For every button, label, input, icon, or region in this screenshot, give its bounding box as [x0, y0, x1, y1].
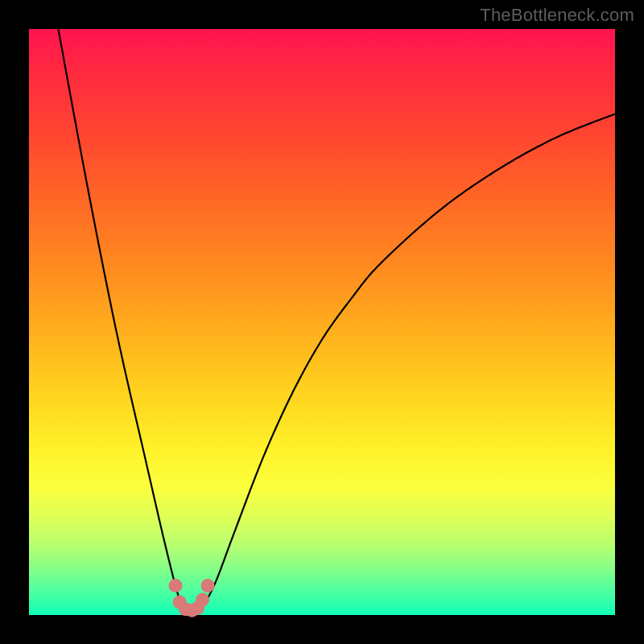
bottleneck-curve: [58, 29, 615, 610]
curve-marker: [201, 579, 215, 592]
watermark-text: TheBottleneck.com: [480, 5, 634, 26]
curve-marker: [196, 593, 209, 607]
curve-layer: [0, 0, 644, 644]
chart-frame: TheBottleneck.com: [0, 0, 644, 644]
curve-marker: [169, 579, 183, 592]
curve-markers: [169, 579, 215, 617]
